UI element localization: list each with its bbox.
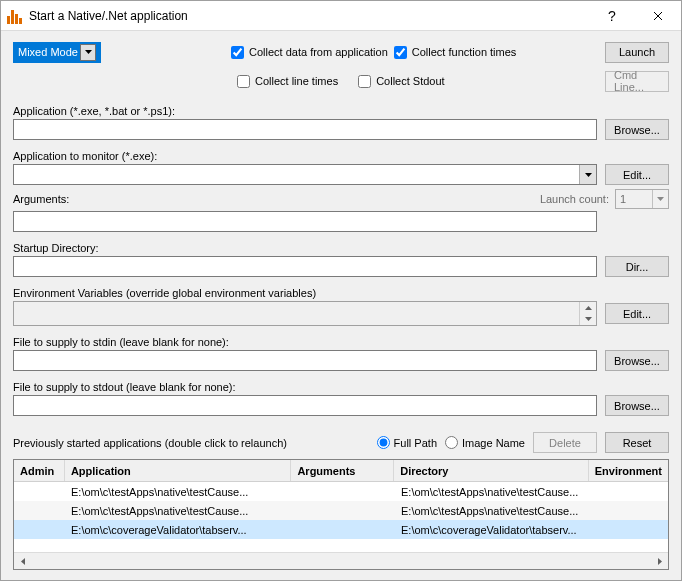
cell-app: E:\om\c\testApps\native\testCause...: [65, 505, 292, 517]
chevron-down-icon: [80, 44, 96, 61]
app-icon: [7, 8, 23, 24]
help-button[interactable]: ?: [589, 1, 635, 30]
full-path-radio[interactable]: Full Path: [377, 436, 437, 449]
collect-data-checkbox[interactable]: Collect data from application: [231, 46, 388, 59]
previously-label: Previously started applications (double …: [13, 437, 287, 449]
window-title: Start a Native/.Net application: [29, 9, 589, 23]
cell-dir: E:\om\c\coverageValidator\tabserv...: [395, 524, 590, 536]
mode-selected: Mixed Mode: [18, 46, 78, 58]
col-arguments[interactable]: Arguments: [291, 460, 394, 481]
app-monitor-label: Application to monitor (*.exe):: [13, 150, 669, 162]
collect-stdout-checkbox[interactable]: Collect Stdout: [358, 75, 444, 88]
col-admin[interactable]: Admin: [14, 460, 65, 481]
cell-app: E:\om\c\coverageValidator\tabserv...: [65, 524, 292, 536]
collect-line-checkbox[interactable]: Collect line times: [237, 75, 338, 88]
table-header: Admin Application Arguments Directory En…: [14, 460, 668, 482]
launch-count-spinner[interactable]: 1: [615, 189, 669, 209]
launch-button[interactable]: Launch: [605, 42, 669, 63]
chevron-down-icon: [579, 165, 596, 184]
col-directory[interactable]: Directory: [394, 460, 589, 481]
stdout-label: File to supply to stdout (leave blank fo…: [13, 381, 669, 393]
cell-dir: E:\om\c\testApps\native\testCause...: [395, 486, 590, 498]
col-environment[interactable]: Environment: [589, 460, 668, 481]
col-application[interactable]: Application: [65, 460, 292, 481]
history-table: Admin Application Arguments Directory En…: [13, 459, 669, 570]
stdout-input[interactable]: [13, 395, 597, 416]
table-row[interactable]: E:\om\c\coverageValidator\tabserv...E:\o…: [14, 520, 668, 539]
cell-app: E:\om\c\testApps\native\testCause...: [65, 486, 292, 498]
close-button[interactable]: [635, 1, 681, 30]
chevron-down-icon: [652, 190, 668, 208]
stdin-label: File to supply to stdin (leave blank for…: [13, 336, 669, 348]
table-row[interactable]: E:\om\c\testApps\native\testCause...E:\o…: [14, 482, 668, 501]
titlebar: Start a Native/.Net application ?: [1, 1, 681, 31]
cell-dir: E:\om\c\testApps\native\testCause...: [395, 505, 590, 517]
cmdline-button[interactable]: Cmd Line...: [605, 71, 669, 92]
stdin-input[interactable]: [13, 350, 597, 371]
application-browse-button[interactable]: Browse...: [605, 119, 669, 140]
application-label: Application (*.exe, *.bat or *.ps1):: [13, 105, 669, 117]
dialog-window: Start a Native/.Net application ? Mixed …: [0, 0, 682, 581]
dir-button[interactable]: Dir...: [605, 256, 669, 277]
image-name-radio[interactable]: Image Name: [445, 436, 525, 449]
collect-func-checkbox[interactable]: Collect function times: [394, 46, 517, 59]
arguments-input[interactable]: [13, 211, 597, 232]
scroll-left-icon[interactable]: [14, 553, 31, 570]
app-monitor-combo[interactable]: [13, 164, 597, 185]
delete-button[interactable]: Delete: [533, 432, 597, 453]
stdout-browse-button[interactable]: Browse...: [605, 395, 669, 416]
dialog-content: Mixed Mode Collect data from application…: [1, 31, 681, 580]
reset-button[interactable]: Reset: [605, 432, 669, 453]
env-vars-label: Environment Variables (override global e…: [13, 287, 669, 299]
table-row[interactable]: E:\om\c\testApps\native\testCause...E:\o…: [14, 501, 668, 520]
startup-dir-label: Startup Directory:: [13, 242, 669, 254]
launch-count-label: Launch count:: [540, 193, 609, 205]
app-monitor-edit-button[interactable]: Edit...: [605, 164, 669, 185]
mode-dropdown[interactable]: Mixed Mode: [13, 42, 101, 63]
startup-dir-input[interactable]: [13, 256, 597, 277]
arguments-label: Arguments:: [13, 193, 69, 205]
application-input[interactable]: [13, 119, 597, 140]
env-vars-area[interactable]: [13, 301, 597, 326]
scroll-down-icon[interactable]: [579, 314, 596, 326]
stdin-browse-button[interactable]: Browse...: [605, 350, 669, 371]
scroll-up-icon[interactable]: [579, 302, 596, 314]
scroll-right-icon[interactable]: [651, 553, 668, 570]
h-scrollbar[interactable]: [14, 552, 668, 569]
env-edit-button[interactable]: Edit...: [605, 303, 669, 324]
